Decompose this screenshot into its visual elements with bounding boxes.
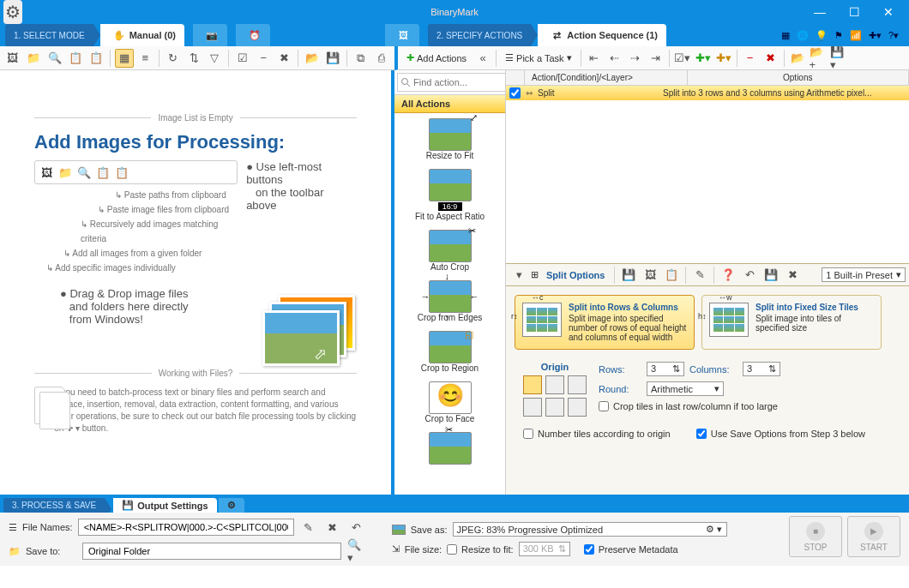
flag-icon[interactable]: ⚑ [834, 30, 843, 41]
camera-tab[interactable]: 📷 [193, 24, 227, 46]
list-view-button[interactable]: ≡ [136, 49, 154, 68]
rows-spinner[interactable]: 3⇅ [647, 362, 684, 376]
filenames-input[interactable] [78, 519, 294, 536]
opts-img-button[interactable]: 🖼 [641, 266, 659, 285]
select-all-button[interactable]: ☑ [233, 49, 251, 68]
mode-rows-cols[interactable]: r↕↔c Split into Rows & ColumnsSplit imag… [515, 295, 695, 350]
picture-tab[interactable]: 🖼 [385, 24, 419, 46]
saveas-combo[interactable]: JPEG: 83% Progressive Optimized⚙ ▾ [453, 522, 727, 537]
open-list-button[interactable]: 📂 [303, 49, 321, 68]
origin-grid[interactable] [523, 375, 587, 417]
clear-actions-button[interactable]: ✖ [762, 49, 780, 68]
globe-icon[interactable]: 🌐 [797, 30, 809, 41]
output-gear-tab[interactable]: ⚙ [219, 498, 244, 513]
mode-fixed-tiles[interactable]: h↕↔w Split into Fixed Size TilesSplit im… [701, 295, 882, 350]
add-actions-button[interactable]: ✚Add Actions [401, 51, 472, 65]
clear-button[interactable]: ✖ [275, 49, 293, 68]
opts-edit-button[interactable]: ✎ [690, 266, 709, 285]
nav-last-button[interactable]: ⇥ [647, 49, 665, 68]
filter-button[interactable]: ▽ [206, 49, 224, 68]
preset-combo[interactable]: 1 Built-in Preset ▾ [822, 267, 906, 282]
nav-first-button[interactable]: ⇤ [585, 49, 604, 68]
add-yellow-button[interactable]: ✚▾ [714, 49, 733, 68]
opts-del-button[interactable]: ✖ [783, 266, 802, 285]
wifi-icon[interactable]: 📶 [850, 30, 862, 41]
origin-bc[interactable] [545, 398, 564, 417]
use-save-checkbox[interactable] [696, 429, 707, 439]
add-green-button[interactable]: ✚▾ [694, 49, 713, 68]
preserve-meta-checkbox[interactable] [584, 544, 594, 555]
nav-next-button[interactable]: ⇢ [626, 49, 645, 68]
crop-tiles-checkbox[interactable] [599, 401, 609, 411]
filenames-clear-button[interactable]: ✖ [323, 518, 342, 537]
origin-tc[interactable] [545, 375, 564, 394]
step3-label[interactable]: 3. PROCESS & SAVE [3, 498, 105, 513]
paste-paths-button[interactable]: 📋 [87, 49, 105, 68]
collapse-button[interactable]: « [473, 49, 492, 68]
minimize-button[interactable]: — [803, 0, 837, 24]
action-crop-region[interactable]: ◱Crop to Region [394, 326, 505, 376]
add-seq-button[interactable]: 📂+ [809, 49, 828, 68]
add-images-button[interactable]: 🖼 [3, 49, 21, 68]
screen-icon[interactable]: ▦ [781, 30, 790, 41]
round-combo[interactable]: Arithmetic▾ [647, 381, 724, 396]
filenames-reset-button[interactable]: ↶ [347, 518, 366, 537]
origin-br[interactable] [568, 398, 587, 417]
open-seq-button[interactable]: 📂 [788, 49, 807, 68]
help-icon[interactable]: ?▾ [888, 30, 899, 41]
export-button[interactable]: ⎙ [373, 49, 391, 68]
opts-undo-button[interactable]: ↶ [740, 266, 759, 285]
start-button[interactable]: ▶START [847, 516, 900, 557]
plus-icon[interactable]: ✚▾ [869, 30, 882, 41]
opts-save-button[interactable]: 💾 [619, 266, 638, 285]
number-tiles-checkbox[interactable] [523, 429, 533, 439]
close-button[interactable]: ✕ [871, 0, 906, 24]
add-folder-button[interactable]: 📁 [24, 49, 42, 68]
row-checkbox[interactable] [509, 87, 521, 99]
stop-button[interactable]: ■STOP [789, 516, 842, 557]
action-crop-edges[interactable]: →←↓↑Crop from Edges [394, 275, 505, 326]
action-fit-aspect[interactable]: 16:9Fit to Aspect Ratio [394, 164, 505, 225]
nav-prev-button[interactable]: ⇠ [605, 49, 624, 68]
copy-button[interactable]: ⧉ [352, 49, 370, 68]
resize-fit-checkbox[interactable] [447, 544, 457, 555]
resize-fit-spinner[interactable]: 300 KB⇅ [519, 542, 570, 556]
sort-button[interactable]: ⇅ [184, 49, 202, 68]
saveto-browse-button[interactable]: 🔍 ▾ [346, 542, 365, 561]
checklist-button[interactable]: ☑▾ [673, 49, 692, 68]
paste-files-button[interactable]: 📋 [66, 49, 84, 68]
add-recursive-button[interactable]: 🔍 [45, 49, 63, 68]
settings-gear-icon[interactable]: ⚙ [3, 0, 22, 24]
opts-save2-button[interactable]: 💾 [762, 266, 780, 285]
rotate-button[interactable]: ↻ [164, 49, 182, 68]
action-sequence-tab[interactable]: ⇄Action Sequence (1) [538, 24, 666, 46]
action-more[interactable]: ✂ [394, 427, 505, 468]
bulb-icon[interactable]: 💡 [816, 30, 828, 41]
clock-tab[interactable]: ⏰ [236, 24, 270, 46]
origin-tr[interactable] [568, 375, 587, 394]
all-actions-header[interactable]: All Actions [394, 95, 505, 113]
opts-clip-button[interactable]: 📋 [662, 266, 681, 285]
filenames-edit-button[interactable]: ✎ [299, 518, 318, 537]
maximize-button[interactable]: ☐ [837, 0, 871, 24]
action-resize-to-fit[interactable]: ⤢Resize to Fit [394, 113, 505, 164]
step2-label[interactable]: 2. SPECIFY ACTIONS [428, 24, 531, 46]
output-settings-tab[interactable]: 💾Output Settings [113, 498, 217, 513]
thumbs-view-button[interactable]: ▦ [115, 49, 133, 68]
sequence-row[interactable]: ⇿ Split Split into 3 rows and 3 columns … [506, 86, 909, 100]
action-auto-crop[interactable]: ✂Auto Crop [394, 225, 505, 275]
remove-button[interactable]: − [255, 49, 273, 68]
action-crop-face[interactable]: 😊Crop to Face [394, 376, 505, 427]
save-seq-button[interactable]: 💾▾ [829, 49, 848, 68]
saveto-input[interactable] [82, 543, 341, 560]
pick-task-button[interactable]: ☰Pick a Task ▾ [500, 51, 576, 65]
step1-label[interactable]: 1. SELECT MODE [5, 24, 93, 46]
cols-spinner[interactable]: 3⇅ [743, 362, 780, 376]
origin-bl[interactable] [523, 398, 542, 417]
save-list-button[interactable]: 💾 [324, 49, 342, 68]
remove-action-button[interactable]: − [741, 49, 760, 68]
opts-collapse-button[interactable]: ▾ [509, 266, 528, 285]
manual-tab[interactable]: ✋Manual (0) [100, 24, 184, 46]
origin-tl[interactable] [523, 375, 542, 394]
opts-help-button[interactable]: ❓ [719, 266, 737, 285]
